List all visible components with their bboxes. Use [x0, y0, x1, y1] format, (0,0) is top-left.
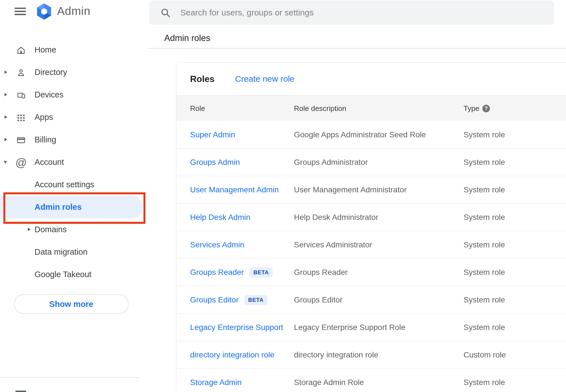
role-description: Groups Administrator: [294, 149, 368, 176]
role-link[interactable]: Legacy Enterprise Support: [190, 323, 283, 332]
sidebar-item-account[interactable]: @ Account: [0, 151, 140, 173]
search-icon: [161, 8, 171, 18]
role-description: User Management Administrator: [294, 176, 407, 204]
role-type: System role: [464, 369, 505, 392]
role-type: System role: [464, 204, 505, 231]
role-description: Google Apps Administrator Seed Role: [294, 121, 426, 149]
header-divider: [148, 48, 566, 49]
table-row: Groups Reader BETA Groups Reader System …: [176, 259, 566, 286]
chevron-right-icon[interactable]: [4, 115, 7, 119]
beta-badge: BETA: [249, 267, 273, 278]
sidebar-item-label: Directory: [35, 61, 67, 83]
roles-card-title: Roles: [190, 74, 214, 84]
role-description: Groups Reader: [294, 259, 348, 286]
hamburger-menu-icon[interactable]: [15, 8, 26, 15]
home-icon: [15, 45, 27, 56]
chevron-right-icon[interactable]: [4, 70, 7, 74]
role-type: System role: [464, 231, 505, 259]
sidebar-item-apps[interactable]: Apps: [0, 106, 140, 128]
table-row: Super Admin Google Apps Administrator Se…: [176, 121, 566, 149]
apps-grid-icon: [15, 112, 27, 123]
role-description: Storage Admin Role: [294, 369, 364, 392]
role-type: System role: [464, 314, 505, 341]
sidebar-item-label: Admin roles: [35, 195, 82, 218]
chevron-down-icon[interactable]: [4, 161, 7, 164]
role-link[interactable]: Groups Reader: [190, 268, 244, 277]
role-type: System role: [464, 149, 505, 176]
show-more-button[interactable]: Show more: [14, 294, 129, 314]
credit-card-icon: [15, 135, 27, 146]
role-type: System role: [464, 259, 505, 286]
chevron-right-icon[interactable]: [4, 93, 7, 96]
create-new-role-link[interactable]: Create new role: [235, 74, 295, 84]
sidebar-item-label: Home: [35, 38, 56, 61]
role-link[interactable]: Help Desk Admin: [190, 213, 250, 222]
sidebar-item-label: Account: [35, 151, 64, 173]
sidebar-item-label: Devices: [35, 83, 63, 106]
table-row: Groups Admin Groups Administrator System…: [176, 149, 566, 176]
sidebar-item-account-settings[interactable]: Account settings: [0, 173, 140, 196]
beta-badge: BETA: [244, 295, 268, 305]
table-row: User Management Admin User Management Ad…: [176, 176, 566, 204]
role-description: Legacy Enterprise Support Role: [294, 314, 405, 341]
roles-card: Roles Create new role Role Role descript…: [176, 62, 566, 392]
sidebar-item-admin-roles-selected[interactable]: Admin roles: [0, 195, 143, 218]
column-header-description: Role description: [294, 95, 346, 121]
sidebar-item-directory[interactable]: Directory: [0, 61, 140, 83]
google-admin-console: Admin Admin roles Home Directory Devices: [0, 0, 566, 392]
admin-logo-title: Admin: [57, 4, 90, 18]
table-row: Services Admin Services Administrator Sy…: [176, 231, 566, 259]
role-link[interactable]: Groups Admin: [190, 158, 240, 167]
sidebar-item-google-takeout[interactable]: Google Takeout: [0, 263, 140, 286]
role-link[interactable]: Services Admin: [190, 240, 244, 249]
help-icon[interactable]: ?: [482, 105, 490, 112]
sidebar-item-devices[interactable]: Devices: [0, 83, 140, 106]
role-description: Services Administrator: [294, 231, 372, 259]
role-description: directory integration role: [294, 341, 378, 369]
role-description: Help Desk Administrator: [294, 204, 378, 231]
sidebar-item-label: Billing: [35, 128, 56, 151]
sidebar-item-label: Data migration: [35, 241, 88, 263]
table-row: directory integration role directory int…: [176, 341, 566, 369]
role-link[interactable]: User Management Admin: [190, 185, 279, 194]
at-sign-icon: @: [15, 157, 27, 168]
roles-table-header: Role Role description Type ?: [176, 95, 566, 121]
admin-logo-icon: [35, 3, 53, 20]
sidebar-item-data-migration[interactable]: Data migration: [0, 241, 140, 263]
table-row: Groups Editor BETA Groups Editor System …: [176, 286, 566, 314]
role-link[interactable]: Storage Admin: [190, 378, 242, 387]
sidebar-item-billing[interactable]: Billing: [0, 128, 140, 151]
sidebar-item-domains[interactable]: Domains: [0, 218, 140, 241]
role-link[interactable]: Groups Editor: [190, 295, 239, 304]
role-type: Custom role: [464, 341, 506, 369]
sidebar-divider: [0, 377, 140, 378]
page-title: Admin roles: [164, 33, 210, 43]
role-link[interactable]: Super Admin: [190, 130, 235, 139]
search-bar[interactable]: [149, 1, 554, 25]
role-type: System role: [464, 121, 505, 149]
chevron-right-icon[interactable]: [4, 138, 7, 141]
sidebar-item-home[interactable]: Home: [0, 38, 140, 61]
person-icon: [15, 67, 27, 78]
column-header-role: Role: [190, 95, 205, 121]
column-header-type: Type: [464, 95, 479, 121]
sidebar-item-label: Domains: [35, 218, 67, 241]
role-description: Groups Editor: [294, 286, 343, 314]
devices-icon: [15, 90, 27, 101]
table-row: Legacy Enterprise Support Legacy Enterpr…: [176, 314, 566, 341]
sidebar-item-label: Google Takeout: [35, 263, 92, 286]
role-type: System role: [464, 286, 505, 314]
role-type: System role: [464, 176, 505, 204]
search-input[interactable]: [180, 1, 531, 25]
chevron-right-icon[interactable]: [28, 228, 31, 231]
cropped-sidebar-icon: [15, 391, 26, 392]
sidebar-item-label: Account settings: [35, 173, 94, 196]
sidebar-item-label: Apps: [35, 106, 53, 128]
role-link[interactable]: directory integration role: [190, 350, 274, 359]
table-row: Storage Admin Storage Admin Role System …: [176, 369, 566, 392]
table-row: Help Desk Admin Help Desk Administrator …: [176, 204, 566, 231]
